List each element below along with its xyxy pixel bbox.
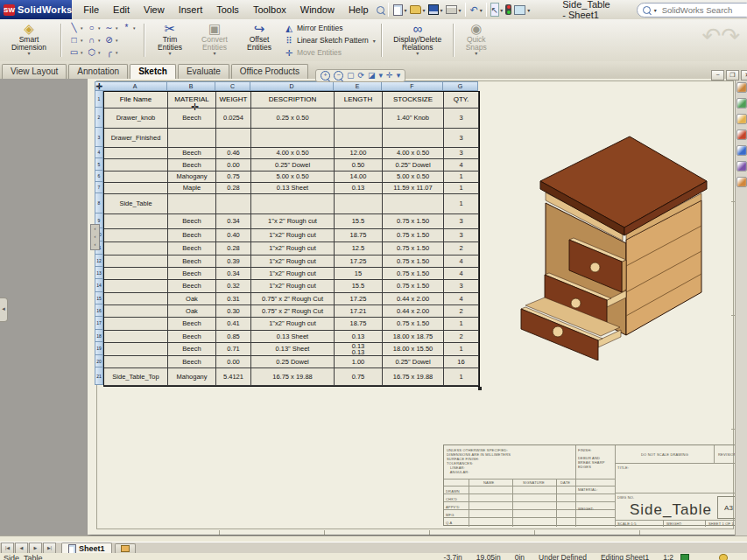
polygon-icon[interactable]: ⬡ <box>86 47 97 58</box>
rectangle-icon[interactable]: □ <box>68 35 80 46</box>
bom-header-cell[interactable]: STOCKSIZE <box>383 92 444 108</box>
bom-cell[interactable]: Beech <box>168 229 216 242</box>
column-header-A[interactable]: A <box>103 81 167 91</box>
quick-snaps-button[interactable]: ◉ Quick Snaps ▾ <box>457 19 496 61</box>
bom-cell[interactable]: 4 <box>444 268 479 280</box>
bom-cell[interactable]: 0.75 x 1.50 <box>383 268 444 280</box>
bom-cell[interactable]: 3 <box>444 108 479 129</box>
display-delete-relations-button[interactable]: ∞ Display/Delete Relations ▾ <box>385 19 450 61</box>
linear-sketch-pattern-button[interactable]: ⠿ Linear Sketch Pattern ▾ <box>281 35 378 46</box>
bom-cell[interactable]: 0.75 x 1.50 <box>383 318 444 331</box>
arc-icon[interactable]: ∩ <box>86 35 97 46</box>
tab-view-layout[interactable]: View Layout <box>2 64 67 79</box>
bom-cell[interactable]: Beech <box>168 214 216 229</box>
bom-cell[interactable]: 0.34 <box>216 268 251 280</box>
bom-cell[interactable]: 0.85 <box>216 331 251 343</box>
resources-icon[interactable] <box>736 82 747 93</box>
bom-cell[interactable]: 1"x2" Rough cut <box>251 242 335 256</box>
bom-cell[interactable]: 0.46 <box>216 148 251 159</box>
row-header-6[interactable]: 6 <box>95 171 103 182</box>
bom-cell[interactable]: 4.00 x 0.50 <box>251 148 335 159</box>
bom-cell[interactable]: 0.13" Sheet <box>251 343 335 356</box>
bom-cell[interactable] <box>104 214 168 229</box>
spline-icon[interactable]: ∼ <box>103 23 115 33</box>
bom-cell[interactable] <box>104 268 168 280</box>
bom-header-cell[interactable]: DESCRIPTION <box>251 92 335 108</box>
bom-cell[interactable]: 0.00 <box>216 356 251 368</box>
bom-cell[interactable]: 15.5 <box>335 280 383 293</box>
zoom-out-icon[interactable]: − <box>334 71 343 80</box>
menu-view[interactable]: View <box>137 3 171 17</box>
menu-insert[interactable]: Insert <box>173 3 209 17</box>
bom-cell[interactable]: 2 <box>444 305 479 318</box>
move-entities-button[interactable]: ✛ Move Entities <box>281 47 378 59</box>
bom-header-cell[interactable]: WEIGHT <box>216 92 251 108</box>
bom-cell[interactable] <box>104 331 168 343</box>
row-header-12[interactable]: 12 <box>95 255 103 267</box>
offset-entities-button[interactable]: ↪ Offset Entities <box>237 19 281 61</box>
bom-cell[interactable]: Beech <box>168 343 216 356</box>
bom-cell[interactable]: 0.13 0.13 <box>335 343 383 356</box>
bom-cell[interactable]: 1"x2" Rough cut <box>251 268 335 280</box>
bom-cell[interactable]: 0.75 x 1.50 <box>383 242 444 256</box>
print-icon[interactable] <box>445 3 458 17</box>
row-header-8[interactable]: 8 <box>95 193 103 214</box>
bom-cell[interactable]: 5.00 x 0.50 <box>383 172 444 183</box>
bom-cell[interactable]: 5.00 x 0.50 <box>251 172 335 183</box>
bom-cell[interactable]: 0.13 Sheet <box>251 331 335 343</box>
bom-cell[interactable]: 0.0254 <box>216 108 251 129</box>
bom-cell[interactable]: 3 <box>444 129 479 148</box>
bom-cell[interactable]: 3 <box>444 280 479 293</box>
bom-cell[interactable]: 0.31 <box>216 293 251 305</box>
tab-office-products[interactable]: Office Products <box>231 64 308 79</box>
bom-cell[interactable]: 1"x2" Rough cut <box>251 256 335 268</box>
bom-cell[interactable]: 0.25" Dowel <box>383 356 444 368</box>
pan-icon[interactable]: ✛ <box>386 71 393 80</box>
row-header-18[interactable]: 18 <box>95 330 103 342</box>
bom-cell[interactable]: 1 <box>444 343 479 356</box>
select-arrow-icon[interactable]: ↖ <box>490 3 499 17</box>
table-side-grip[interactable]: ‹‹‹ <box>90 224 100 250</box>
bom-cell[interactable]: 3 <box>444 214 479 229</box>
bom-cell[interactable] <box>251 194 335 214</box>
child-restore-button[interactable]: ❐ <box>726 70 739 80</box>
column-header-G[interactable]: G <box>443 81 478 91</box>
bom-cell[interactable]: 2 <box>444 331 479 343</box>
convert-entities-button[interactable]: ▣ Convert Entities ▾ <box>192 19 237 61</box>
bom-cell[interactable]: 0.25" Dowel <box>383 159 444 172</box>
row-header-19[interactable]: 19 <box>95 342 103 355</box>
bom-cell[interactable]: Beech <box>168 280 216 293</box>
menu-toolbox[interactable]: Toolbox <box>247 3 292 17</box>
bom-cell[interactable]: 0.13 <box>335 331 383 343</box>
bom-cell[interactable] <box>104 305 168 318</box>
bom-cell[interactable]: 18.00 x 18.75 <box>383 331 444 343</box>
appearances-icon[interactable] <box>736 145 747 156</box>
column-header-F[interactable]: F <box>382 81 443 91</box>
add-sheet-tab[interactable] <box>115 543 136 554</box>
bom-cell[interactable]: 11.59 x 11.07 <box>383 183 444 194</box>
bom-cell[interactable]: 15.5 <box>335 214 383 229</box>
bom-cell[interactable] <box>104 280 168 293</box>
bom-header-cell[interactable]: LENGTH <box>335 92 383 108</box>
undo-icon[interactable]: ↶ <box>469 3 479 17</box>
bom-cell[interactable] <box>104 148 168 159</box>
bom-cell[interactable]: 3 <box>444 229 479 242</box>
bom-cell[interactable]: 0.75 <box>335 368 383 386</box>
bom-cell[interactable]: 0.75 x 1.50 <box>383 256 444 268</box>
bom-cell[interactable] <box>335 129 383 148</box>
bom-table[interactable]: File NameMATERIALWEIGHTDESCRIPTIONLENGTH… <box>103 91 480 387</box>
bom-cell[interactable]: 0.13 Sheet <box>251 183 335 194</box>
zoom-in-icon[interactable]: + <box>321 71 330 80</box>
bom-cell[interactable]: Oak <box>168 293 216 305</box>
bom-cell[interactable]: Oak <box>168 305 216 318</box>
bom-cell[interactable]: 1 <box>444 183 479 194</box>
bom-cell[interactable]: 4 <box>444 293 479 305</box>
bom-cell[interactable]: 1.00 <box>335 356 383 368</box>
bom-cell[interactable]: 0.00 <box>216 159 251 172</box>
bom-cell[interactable]: 18.75 <box>335 229 383 242</box>
smart-dimension-button[interactable]: ◈ Smart Dimension ▾ <box>0 19 58 61</box>
shaded-view-icon[interactable]: ◪ <box>368 71 376 80</box>
bom-cell[interactable]: 1 <box>444 318 479 331</box>
bom-cell[interactable]: 0.75" x 2" Rough Cut <box>251 293 335 305</box>
bom-cell[interactable] <box>104 172 168 183</box>
